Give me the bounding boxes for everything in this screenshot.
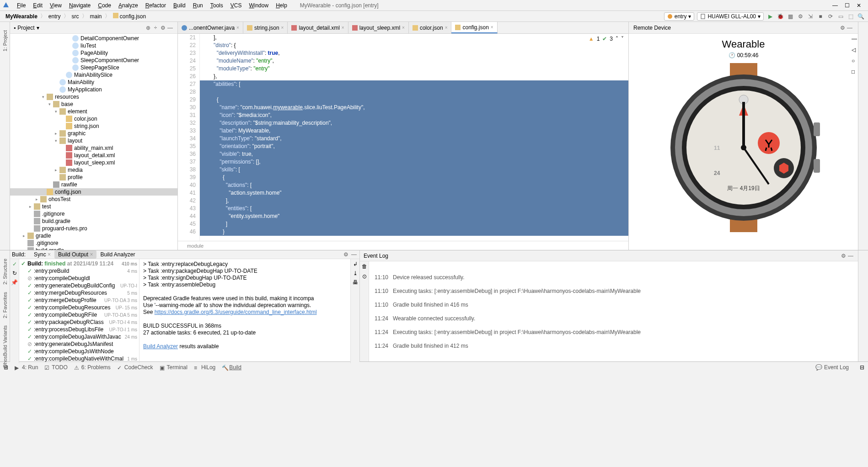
tree-item[interactable]: ▸ohosTest: [10, 196, 177, 203]
tree-item[interactable]: ▸graphic: [10, 130, 177, 137]
event-row[interactable]: 11:10Gradle build finished in 416 ms: [369, 298, 858, 312]
close-tab-icon[interactable]: ×: [236, 25, 239, 30]
close-tab-icon[interactable]: ×: [445, 25, 448, 30]
editor-body[interactable]: ▲1 ✔3 ˄ ˅ 212223242526272829303132333435…: [178, 34, 628, 241]
editor-tab[interactable]: layout_sleep.xml×: [348, 22, 409, 33]
status-item[interactable]: ▣Terminal: [160, 364, 188, 371]
tree-item[interactable]: MyApplication: [10, 86, 177, 93]
tree-item[interactable]: MainAbilitySlice: [10, 71, 177, 79]
build-task-row[interactable]: ✓:entry:preBuild4 ms: [19, 267, 139, 275]
avd-icon[interactable]: ▭: [837, 13, 844, 20]
tree-item[interactable]: proguard-rules.pro: [10, 225, 177, 232]
tree-item[interactable]: SleepPageSlice: [10, 64, 177, 71]
tree-item[interactable]: string.json: [10, 122, 177, 130]
tree-item[interactable]: ability_main.xml: [10, 144, 177, 152]
tree-item[interactable]: color.json: [10, 115, 177, 122]
tree-item[interactable]: layout_sleep.xml: [10, 159, 177, 166]
tool-tab[interactable]: 2: Favorites: [1, 288, 9, 322]
event-list[interactable]: 11:10Device released successfully.11:10E…: [369, 261, 858, 361]
sdk-icon[interactable]: ⬚: [847, 13, 854, 20]
breadcrumb-item[interactable]: config.json: [111, 13, 148, 20]
tree-item[interactable]: SleepComponentOwner: [10, 57, 177, 64]
editor-tab[interactable]: ...onentOwner.java×: [178, 22, 243, 33]
breadcrumb-item[interactable]: MyWearable: [4, 13, 39, 20]
close-tab-icon[interactable]: ×: [281, 25, 284, 30]
target-icon[interactable]: ⊕: [145, 24, 152, 32]
menu-tools[interactable]: Tools: [207, 1, 227, 10]
event-log-button[interactable]: Event Log: [824, 364, 849, 371]
build-task-row[interactable]: ✓:entry:compileDebugJsWithNode: [19, 348, 139, 355]
expand-icon[interactable]: ✓: [12, 261, 17, 267]
profile-icon[interactable]: ⚙: [797, 13, 804, 20]
editor-tab[interactable]: string.json×: [243, 22, 288, 33]
event-row[interactable]: [369, 263, 858, 271]
tree-item[interactable]: DetailComponentOwner: [10, 35, 177, 42]
event-row[interactable]: 11:24Executing tasks: [:entry:assembleDe…: [369, 325, 858, 339]
event-row[interactable]: 11:24Gradle build finished in 412 ms: [369, 339, 858, 353]
tree-item[interactable]: config.json: [10, 188, 177, 196]
editor-tab[interactable]: config.json×: [451, 22, 497, 33]
build-task-row[interactable]: ✓:entry:packageDebugRClassUP-TO-I 4 ms: [19, 318, 139, 326]
event-row[interactable]: 11:10Device released successfully.: [369, 271, 858, 284]
menu-analyze[interactable]: Analyze: [115, 1, 142, 10]
menu-view[interactable]: View: [46, 1, 65, 10]
minimize-icon[interactable]: —: [852, 36, 857, 42]
editor-tab[interactable]: color.json×: [409, 22, 452, 33]
hide-icon[interactable]: —: [350, 251, 358, 258]
run-config-dropdown[interactable]: entry ▾: [664, 12, 695, 21]
gear-icon[interactable]: ⚙: [342, 251, 349, 258]
build-tab[interactable]: Sync ×: [30, 250, 54, 259]
close-tab-icon[interactable]: ×: [342, 25, 344, 30]
collapse-icon[interactable]: ÷: [152, 24, 159, 32]
memory-indicator[interactable]: ⊟: [860, 364, 864, 371]
tree-item[interactable]: layout_detail.xml: [10, 152, 177, 159]
trash-icon[interactable]: 🗑: [362, 263, 367, 270]
minimize-icon[interactable]: —: [832, 2, 838, 9]
tree-item[interactable]: ▾resources: [10, 93, 177, 101]
build-task-tree[interactable]: ✓ Build: finished at 2021/4/19 11:24 410…: [19, 259, 139, 363]
menu-vcs[interactable]: VCS: [227, 1, 246, 10]
search-icon[interactable]: 🔍: [857, 13, 864, 20]
tool-tab[interactable]: 1: Project: [1, 27, 9, 55]
close-icon[interactable]: ✕: [857, 2, 861, 9]
build-task-row[interactable]: ✓:entry:compileDebugResourcesUP- 15 ms: [19, 304, 139, 311]
menu-run[interactable]: Run: [189, 1, 207, 10]
build-task-row[interactable]: ✓:entry:mergeDebugResources5 ms: [19, 289, 139, 297]
restart-icon[interactable]: ↻: [12, 270, 17, 276]
sync-icon[interactable]: ⟳: [827, 13, 834, 20]
maximize-icon[interactable]: ☐: [845, 2, 850, 9]
tree-item[interactable]: ▾base: [10, 101, 177, 108]
tree-item[interactable]: ▸gradle: [10, 232, 177, 239]
code-area[interactable]: ], "distro": { "deliveryWithInstall": tr…: [200, 34, 628, 241]
breadcrumb-item[interactable]: entry: [47, 13, 63, 20]
print-icon[interactable]: 🖶: [353, 279, 358, 286]
editor-tab[interactable]: layout_detail.xml×: [288, 22, 348, 33]
tree-item[interactable]: MainAbility: [10, 79, 177, 86]
gear-icon[interactable]: ⚙: [840, 252, 847, 260]
run-icon[interactable]: ▶: [766, 13, 774, 20]
home-icon[interactable]: ○: [852, 58, 857, 64]
tree-item[interactable]: rawfile: [10, 181, 177, 188]
build-tab[interactable]: Build Output ×: [54, 250, 96, 259]
tree-item[interactable]: liuTest: [10, 42, 177, 49]
breadcrumb-item[interactable]: src: [70, 13, 81, 20]
tree-item[interactable]: ▸media: [10, 166, 177, 174]
menu-refactor[interactable]: Refactor: [142, 1, 170, 10]
hide-icon[interactable]: —: [847, 252, 854, 260]
tree-item[interactable]: PageAbility: [10, 49, 177, 57]
tree-item[interactable]: ▾layout: [10, 137, 177, 144]
tool-tab[interactable]: 2: Structure: [1, 255, 9, 288]
event-row[interactable]: 11:24Wearable connected successfully.: [369, 312, 858, 325]
tool-tab[interactable]: OhosBuild Variants: [1, 322, 9, 371]
chevron-up-icon[interactable]: ˄: [616, 36, 618, 42]
menu-window[interactable]: Window: [245, 1, 272, 10]
close-tab-icon[interactable]: ×: [402, 25, 405, 30]
build-task-row[interactable]: ⊘:entry:compileDebugIdl: [19, 275, 139, 282]
recent-icon[interactable]: □: [852, 69, 857, 75]
tree-item[interactable]: .gitignore: [10, 239, 177, 247]
status-item[interactable]: ≡HiLog: [194, 364, 215, 371]
tree-item[interactable]: ▾element: [10, 108, 177, 115]
tree-item[interactable]: build.gradle: [10, 247, 177, 250]
status-item[interactable]: ⚠6: Problems: [74, 364, 111, 371]
build-task-row[interactable]: ✓:entry:generateDebugBuildConfigUP-TO-I: [19, 282, 139, 289]
